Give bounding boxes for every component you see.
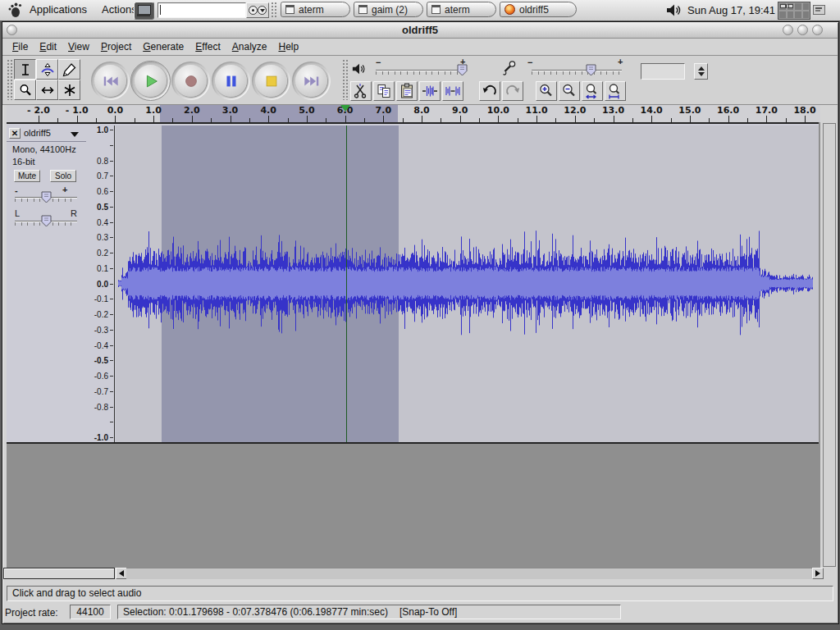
zoom-out-button[interactable] (559, 81, 580, 101)
taskbar-grip[interactable] (271, 2, 277, 18)
skip-to-start-button[interactable] (91, 62, 130, 100)
project-rate-value[interactable]: 44100 (70, 605, 111, 619)
volume-icon[interactable] (666, 3, 682, 17)
title-bar[interactable]: oldriff5 (2, 22, 838, 39)
draw-tool-button[interactable] (58, 59, 80, 80)
run-icon[interactable] (249, 6, 258, 15)
play-button[interactable] (131, 62, 170, 100)
amplitude-tick (110, 407, 113, 408)
status-message: Click and drag to select audio (12, 587, 141, 599)
fit-project-button[interactable] (605, 81, 626, 101)
paste-button[interactable] (396, 81, 418, 101)
track-close-button[interactable]: ✕ (9, 128, 21, 139)
stop-button[interactable] (252, 62, 290, 100)
menu-edit[interactable]: Edit (36, 39, 65, 54)
panel-menu-applications[interactable]: Applications (25, 0, 92, 20)
vertical-scrollbar[interactable] (823, 123, 836, 567)
amplitude-tick (110, 299, 113, 299)
trim-button[interactable] (419, 81, 441, 101)
record-button[interactable] (171, 62, 210, 100)
envelope-icon (40, 62, 55, 77)
timeshift-tool-button[interactable] (36, 80, 58, 100)
taskbar-item-aterm-1[interactable]: aterm (281, 2, 350, 17)
ruler-label: 7.0 (376, 105, 392, 116)
tools-toolbar-grip[interactable] (7, 59, 13, 100)
workspace-7[interactable] (794, 11, 802, 19)
multi-tool-button[interactable] (58, 80, 80, 100)
zoom-tool-button[interactable] (14, 80, 36, 100)
taskbar-label: aterm (299, 4, 324, 16)
pencil-icon (62, 62, 77, 77)
pan-slider[interactable] (41, 215, 52, 227)
redo-button[interactable] (502, 81, 523, 101)
taskbar-item-gaim[interactable]: gaim (2) (354, 2, 423, 17)
magnifier-icon (18, 83, 33, 98)
spin-down-icon[interactable] (698, 72, 705, 76)
close-button[interactable] (812, 25, 823, 35)
menu-help[interactable]: Help (275, 39, 307, 54)
workspace-8[interactable] (802, 11, 810, 19)
menu-generate[interactable]: Generate (139, 39, 192, 54)
menu-analyze[interactable]: Analyze (229, 39, 276, 54)
gnome-logo-icon[interactable] (7, 2, 23, 18)
horizontal-scrollbar-thumb[interactable] (3, 568, 115, 579)
menu-effect[interactable]: Effect (192, 39, 228, 54)
workspace-switcher[interactable] (778, 2, 810, 20)
terminal-launcher-icon[interactable] (134, 2, 154, 20)
waveform-canvas[interactable] (116, 126, 819, 442)
ruler-label: 8.0 (413, 105, 430, 116)
amplitude-tick (110, 237, 113, 238)
panel-applet-icon[interactable] (813, 5, 825, 15)
menu-view[interactable]: View (65, 39, 98, 54)
ruler-major-tick (383, 116, 384, 122)
input-source-combo[interactable] (641, 63, 685, 80)
input-volume-max: + (618, 57, 623, 66)
zoom-in-button[interactable] (536, 81, 557, 101)
input-volume-slider[interactable] (586, 64, 596, 76)
workspace-2[interactable] (787, 2, 795, 11)
copy-button[interactable] (373, 81, 395, 101)
command-input[interactable] (158, 2, 246, 18)
silence-button[interactable] (442, 81, 463, 101)
scroll-left-button[interactable] (116, 568, 127, 579)
horizontal-scrollbar-track[interactable] (126, 568, 812, 579)
mute-button[interactable]: Mute (14, 170, 40, 182)
minimize-button[interactable] (783, 25, 793, 35)
solo-button[interactable]: Solo (50, 170, 76, 182)
input-action-buttons[interactable] (246, 2, 269, 18)
taskbar-item-oldriff5[interactable]: oldriff5 (500, 2, 577, 17)
cut-button[interactable] (350, 81, 372, 101)
workspace-5[interactable] (778, 11, 787, 19)
mixer-toolbar-grip[interactable] (342, 59, 349, 100)
envelope-tool-button[interactable] (36, 59, 58, 80)
output-volume-slider[interactable] (457, 64, 468, 76)
workspace-3[interactable] (794, 2, 802, 11)
menu-project[interactable]: Project (98, 39, 139, 54)
taskbar-item-aterm-2[interactable]: aterm (427, 2, 496, 17)
skip-to-end-button[interactable] (292, 62, 331, 100)
menu-file[interactable]: File (9, 39, 36, 54)
track-title[interactable]: oldriff5 (24, 128, 51, 138)
spin-up-icon[interactable] (698, 66, 705, 71)
input-source-spinner[interactable] (694, 63, 708, 80)
gain-slider[interactable] (41, 191, 52, 203)
workspace-4[interactable] (802, 2, 810, 11)
workspace-6[interactable] (787, 11, 795, 19)
selection-tool-button[interactable] (14, 59, 36, 80)
workspace-1[interactable] (778, 2, 787, 11)
fit-selection-button[interactable] (582, 81, 603, 101)
history-dropdown-icon[interactable] (258, 6, 267, 15)
undo-button[interactable] (479, 81, 500, 101)
panel-clock[interactable]: Sun Aug 17, 19:41 (687, 4, 775, 16)
pause-button[interactable] (212, 62, 250, 100)
pan-right-label: R (71, 208, 77, 218)
selection-status: Selection: 0:01.179698 - 0:07.378476 (0:… (117, 605, 621, 619)
vertical-amplitude-ruler[interactable]: 1.00.80.70.60.50.40.30.20.10.0-0.1-0.2-0… (86, 126, 115, 442)
maximize-button[interactable] (797, 25, 808, 35)
ruler-label: 3.0 (222, 105, 239, 116)
taskbar-label: aterm (445, 4, 470, 16)
scroll-right-button[interactable] (812, 568, 824, 579)
timeline-ruler[interactable]: - 2.0- 1.00.01.02.03.04.05.06.07.08.09.0… (7, 105, 820, 124)
amplitude-tick (110, 207, 113, 208)
track-menu-dropdown-icon[interactable] (71, 132, 79, 137)
